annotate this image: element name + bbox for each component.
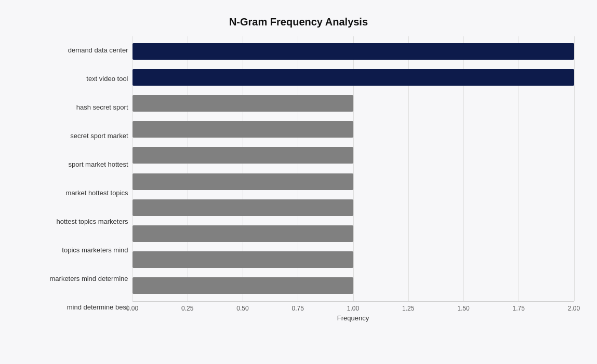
bar — [132, 95, 353, 112]
grid-line — [574, 36, 575, 301]
y-label: mind determine best — [23, 294, 128, 321]
bar-row — [132, 222, 574, 245]
chart-container: N-Gram Frequency Analysis demand data ce… — [13, 6, 585, 359]
bar-row — [132, 144, 574, 167]
bar — [132, 69, 574, 86]
bar — [132, 121, 353, 138]
bar-row — [132, 92, 574, 115]
bar — [132, 147, 353, 164]
y-label: demand data center — [23, 37, 128, 64]
x-tick: 2.00 — [568, 305, 580, 312]
x-tick: 0.00 — [126, 305, 138, 312]
bar-row — [132, 196, 574, 219]
bar-row — [132, 118, 574, 141]
y-label: sport market hottest — [23, 151, 128, 178]
y-label: hottest topics marketers — [23, 208, 128, 235]
y-label: secret sport market — [23, 123, 128, 150]
y-label: text video tool — [23, 65, 128, 92]
bar — [132, 251, 353, 268]
bar-row — [132, 170, 574, 193]
bars-inner — [132, 36, 574, 301]
bar — [132, 43, 574, 60]
x-tick: 1.75 — [513, 305, 525, 312]
x-tick: 1.50 — [457, 305, 469, 312]
bar-row — [132, 274, 574, 297]
y-label: hash secret sport — [23, 94, 128, 121]
bar — [132, 173, 353, 190]
chart-area: demand data centertext video toolhash se… — [23, 36, 574, 322]
x-tick: 1.00 — [347, 305, 359, 312]
x-tick: 0.50 — [236, 305, 248, 312]
bars-area — [132, 36, 574, 301]
y-label: marketers mind determine — [23, 265, 128, 292]
bar — [132, 199, 353, 216]
bar-row — [132, 40, 574, 63]
bar-row — [132, 248, 574, 271]
bars-and-x: 2.001.751.501.251.000.750.500.250.00 Fre… — [132, 36, 574, 322]
x-axis: 2.001.751.501.251.000.750.500.250.00 Fre… — [132, 301, 574, 322]
x-tick: 0.25 — [181, 305, 193, 312]
bar-row — [132, 66, 574, 89]
bar — [132, 225, 353, 242]
bar — [132, 277, 353, 294]
y-label: topics marketers mind — [23, 237, 128, 264]
chart-title: N-Gram Frequency Analysis — [23, 16, 574, 28]
y-axis: demand data centertext video toolhash se… — [23, 36, 132, 322]
x-tick: 0.75 — [292, 305, 304, 312]
x-tick: 1.25 — [402, 305, 414, 312]
y-label: market hottest topics — [23, 180, 128, 207]
